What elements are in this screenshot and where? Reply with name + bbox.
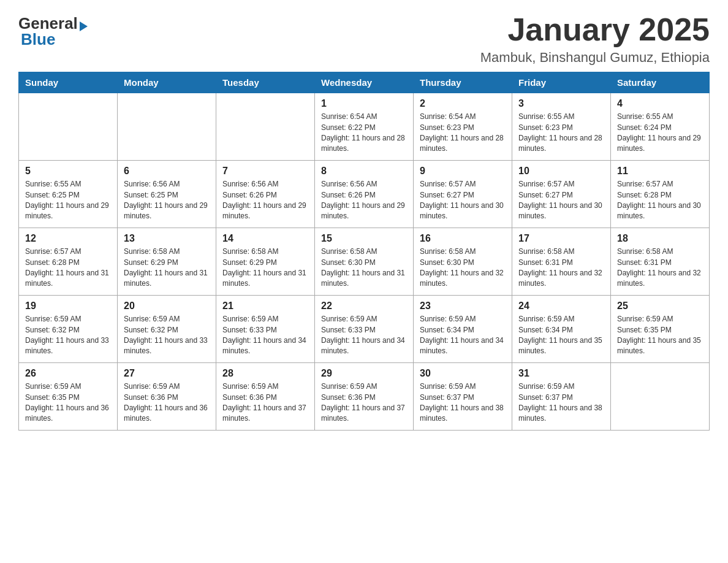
day-number: 10 [518, 166, 604, 177]
day-info: Sunrise: 6:58 AM Sunset: 6:29 PM Dayligh… [124, 247, 210, 289]
weekday-header-saturday: Saturday [611, 72, 710, 93]
day-number: 26 [25, 368, 111, 379]
calendar-day-2: 2Sunrise: 6:54 AM Sunset: 6:23 PM Daylig… [414, 93, 512, 161]
day-info: Sunrise: 6:54 AM Sunset: 6:22 PM Dayligh… [321, 112, 407, 155]
day-number: 22 [321, 301, 407, 312]
calendar-day-8: 8Sunrise: 6:56 AM Sunset: 6:26 PM Daylig… [315, 161, 414, 228]
empty-cell [611, 363, 710, 431]
calendar-week-5: 26Sunrise: 6:59 AM Sunset: 6:35 PM Dayli… [19, 363, 710, 431]
calendar-day-28: 28Sunrise: 6:59 AM Sunset: 6:36 PM Dayli… [216, 363, 315, 431]
day-info: Sunrise: 6:58 AM Sunset: 6:31 PM Dayligh… [518, 247, 604, 289]
day-number: 2 [420, 98, 506, 109]
day-info: Sunrise: 6:59 AM Sunset: 6:35 PM Dayligh… [617, 314, 703, 357]
calendar-day-31: 31Sunrise: 6:59 AM Sunset: 6:37 PM Dayli… [512, 363, 611, 431]
day-info: Sunrise: 6:57 AM Sunset: 6:27 PM Dayligh… [518, 179, 604, 222]
day-info: Sunrise: 6:59 AM Sunset: 6:37 PM Dayligh… [518, 381, 604, 424]
weekday-header-sunday: Sunday [19, 72, 118, 93]
weekday-header-monday: Monday [118, 72, 216, 93]
day-number: 25 [617, 301, 703, 312]
day-info: Sunrise: 6:59 AM Sunset: 6:32 PM Dayligh… [124, 314, 210, 357]
calendar-week-1: 1Sunrise: 6:54 AM Sunset: 6:22 PM Daylig… [19, 93, 710, 161]
day-number: 1 [321, 98, 407, 109]
calendar-week-2: 5Sunrise: 6:55 AM Sunset: 6:25 PM Daylig… [19, 161, 710, 228]
day-info: Sunrise: 6:59 AM Sunset: 6:37 PM Dayligh… [420, 381, 506, 424]
calendar-day-10: 10Sunrise: 6:57 AM Sunset: 6:27 PM Dayli… [512, 161, 611, 228]
calendar-day-30: 30Sunrise: 6:59 AM Sunset: 6:37 PM Dayli… [414, 363, 512, 431]
day-info: Sunrise: 6:56 AM Sunset: 6:26 PM Dayligh… [321, 179, 407, 222]
calendar-title: January 2025 [480, 12, 710, 47]
calendar-day-14: 14Sunrise: 6:58 AM Sunset: 6:29 PM Dayli… [216, 228, 315, 296]
day-number: 23 [420, 301, 506, 312]
calendar-day-21: 21Sunrise: 6:59 AM Sunset: 6:33 PM Dayli… [216, 296, 315, 363]
day-info: Sunrise: 6:55 AM Sunset: 6:23 PM Dayligh… [518, 112, 604, 155]
day-info: Sunrise: 6:59 AM Sunset: 6:36 PM Dayligh… [222, 381, 308, 424]
day-info: Sunrise: 6:58 AM Sunset: 6:30 PM Dayligh… [420, 247, 506, 289]
day-info: Sunrise: 6:59 AM Sunset: 6:34 PM Dayligh… [420, 314, 506, 357]
day-info: Sunrise: 6:59 AM Sunset: 6:34 PM Dayligh… [518, 314, 604, 357]
day-number: 21 [222, 301, 308, 312]
day-number: 13 [124, 233, 210, 244]
day-number: 31 [518, 368, 604, 379]
day-number: 18 [617, 233, 703, 244]
day-info: Sunrise: 6:59 AM Sunset: 6:33 PM Dayligh… [321, 314, 407, 357]
day-info: Sunrise: 6:57 AM Sunset: 6:27 PM Dayligh… [420, 179, 506, 222]
calendar-day-27: 27Sunrise: 6:59 AM Sunset: 6:36 PM Dayli… [118, 363, 216, 431]
day-number: 7 [222, 166, 308, 177]
calendar-day-1: 1Sunrise: 6:54 AM Sunset: 6:22 PM Daylig… [315, 93, 414, 161]
weekday-header-friday: Friday [512, 72, 611, 93]
calendar-day-19: 19Sunrise: 6:59 AM Sunset: 6:32 PM Dayli… [19, 296, 118, 363]
calendar-day-7: 7Sunrise: 6:56 AM Sunset: 6:26 PM Daylig… [216, 161, 315, 228]
empty-cell [19, 93, 118, 161]
day-number: 4 [617, 98, 703, 109]
calendar-day-13: 13Sunrise: 6:58 AM Sunset: 6:29 PM Dayli… [118, 228, 216, 296]
day-info: Sunrise: 6:57 AM Sunset: 6:28 PM Dayligh… [617, 179, 703, 222]
day-number: 19 [25, 301, 111, 312]
day-number: 16 [420, 233, 506, 244]
day-number: 12 [25, 233, 111, 244]
calendar-day-11: 11Sunrise: 6:57 AM Sunset: 6:28 PM Dayli… [611, 161, 710, 228]
page-header: General Blue January 2025 Mambuk, Binsha… [18, 12, 710, 66]
day-number: 5 [25, 166, 111, 177]
calendar-week-3: 12Sunrise: 6:57 AM Sunset: 6:28 PM Dayli… [19, 228, 710, 296]
day-info: Sunrise: 6:59 AM Sunset: 6:33 PM Dayligh… [222, 314, 308, 357]
calendar-day-25: 25Sunrise: 6:59 AM Sunset: 6:35 PM Dayli… [611, 296, 710, 363]
day-number: 24 [518, 301, 604, 312]
calendar-day-3: 3Sunrise: 6:55 AM Sunset: 6:23 PM Daylig… [512, 93, 611, 161]
title-block: January 2025 Mambuk, Binshangul Gumuz, E… [480, 12, 710, 66]
day-number: 3 [518, 98, 604, 109]
day-info: Sunrise: 6:54 AM Sunset: 6:23 PM Dayligh… [420, 112, 506, 155]
day-number: 20 [124, 301, 210, 312]
day-number: 8 [321, 166, 407, 177]
day-info: Sunrise: 6:57 AM Sunset: 6:28 PM Dayligh… [25, 247, 111, 289]
calendar-day-5: 5Sunrise: 6:55 AM Sunset: 6:25 PM Daylig… [19, 161, 118, 228]
calendar-day-20: 20Sunrise: 6:59 AM Sunset: 6:32 PM Dayli… [118, 296, 216, 363]
day-info: Sunrise: 6:59 AM Sunset: 6:35 PM Dayligh… [25, 381, 111, 424]
calendar-week-4: 19Sunrise: 6:59 AM Sunset: 6:32 PM Dayli… [19, 296, 710, 363]
day-number: 28 [222, 368, 308, 379]
day-number: 27 [124, 368, 210, 379]
empty-cell [216, 93, 315, 161]
calendar-table: SundayMondayTuesdayWednesdayThursdayFrid… [18, 72, 710, 431]
day-number: 17 [518, 233, 604, 244]
day-number: 30 [420, 368, 506, 379]
day-info: Sunrise: 6:59 AM Sunset: 6:32 PM Dayligh… [25, 314, 111, 357]
day-info: Sunrise: 6:59 AM Sunset: 6:36 PM Dayligh… [124, 381, 210, 424]
weekday-header-tuesday: Tuesday [216, 72, 315, 93]
day-info: Sunrise: 6:55 AM Sunset: 6:25 PM Dayligh… [25, 179, 111, 222]
day-info: Sunrise: 6:55 AM Sunset: 6:24 PM Dayligh… [617, 112, 703, 155]
day-info: Sunrise: 6:58 AM Sunset: 6:30 PM Dayligh… [321, 247, 407, 289]
calendar-day-22: 22Sunrise: 6:59 AM Sunset: 6:33 PM Dayli… [315, 296, 414, 363]
day-number: 15 [321, 233, 407, 244]
calendar-day-16: 16Sunrise: 6:58 AM Sunset: 6:30 PM Dayli… [414, 228, 512, 296]
day-number: 14 [222, 233, 308, 244]
day-number: 9 [420, 166, 506, 177]
day-info: Sunrise: 6:59 AM Sunset: 6:36 PM Dayligh… [321, 381, 407, 424]
calendar-day-4: 4Sunrise: 6:55 AM Sunset: 6:24 PM Daylig… [611, 93, 710, 161]
calendar-day-15: 15Sunrise: 6:58 AM Sunset: 6:30 PM Dayli… [315, 228, 414, 296]
weekday-header-thursday: Thursday [414, 72, 512, 93]
calendar-day-18: 18Sunrise: 6:58 AM Sunset: 6:31 PM Dayli… [611, 228, 710, 296]
day-number: 6 [124, 166, 210, 177]
calendar-day-23: 23Sunrise: 6:59 AM Sunset: 6:34 PM Dayli… [414, 296, 512, 363]
calendar-day-29: 29Sunrise: 6:59 AM Sunset: 6:36 PM Dayli… [315, 363, 414, 431]
calendar-day-6: 6Sunrise: 6:56 AM Sunset: 6:25 PM Daylig… [118, 161, 216, 228]
